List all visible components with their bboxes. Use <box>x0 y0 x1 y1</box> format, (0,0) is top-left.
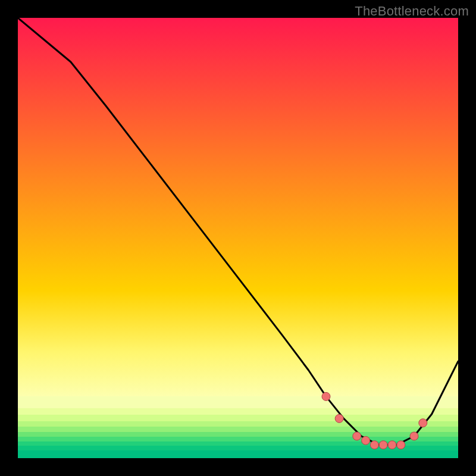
watermark-text: TheBottleneck.com <box>355 4 469 19</box>
data-marker <box>362 436 370 444</box>
curve-layer <box>18 18 458 458</box>
data-marker <box>410 432 418 440</box>
data-marker <box>370 441 378 449</box>
data-marker <box>353 432 361 440</box>
data-marker <box>322 392 330 400</box>
data-marker <box>335 414 343 422</box>
plot-area <box>18 18 458 458</box>
data-marker <box>419 419 427 427</box>
data-marker <box>397 441 405 449</box>
data-marker <box>388 441 396 449</box>
chart-frame: TheBottleneck.com <box>0 0 476 476</box>
data-marker <box>379 441 387 449</box>
bottleneck-curve <box>18 18 458 445</box>
